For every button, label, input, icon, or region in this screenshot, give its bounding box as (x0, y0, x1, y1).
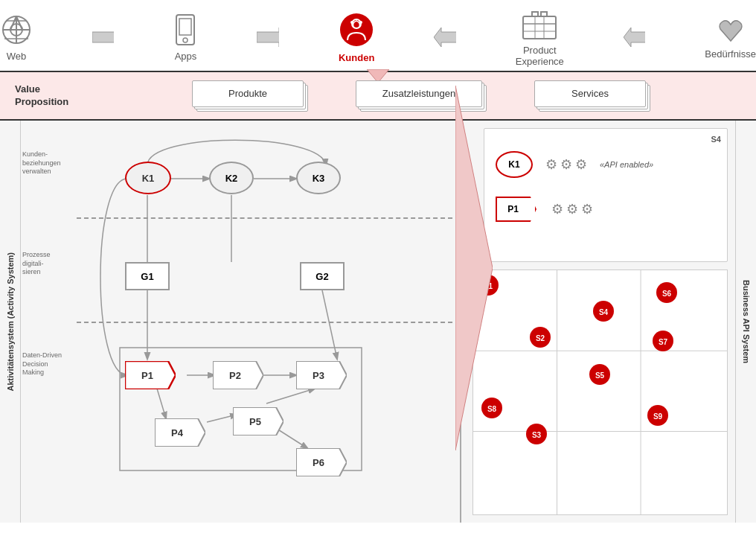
svg-point-11 (183, 38, 188, 42)
gear-icon-3: ⚙ (575, 156, 587, 173)
svg-line-37 (266, 389, 315, 403)
channel-apps-label: Apps (175, 51, 197, 62)
right-panel: S4 K1 ⚙ ⚙ ⚙ «API enabled» P1 (461, 121, 756, 523)
vp-card-produkte: Produkte (192, 80, 304, 107)
api-k1-gears: ⚙ ⚙ ⚙ (545, 156, 587, 173)
arrow-3 (434, 26, 455, 48)
gear-icon-5: ⚙ (566, 201, 578, 217)
node-g2: G2 (300, 262, 345, 290)
svg-marker-17 (434, 28, 455, 47)
svg-line-1 (10, 16, 16, 30)
channel-web-label: Web (7, 51, 27, 62)
value-proposition-bar: ValueProposition Produkte Zusatzleistung… (0, 72, 756, 121)
vp-card-services: Services (534, 80, 646, 107)
node-k3: K3 (296, 162, 341, 194)
gear-icon-6: ⚙ (581, 201, 593, 217)
node-p3: P3 (296, 361, 347, 389)
right-content: S4 K1 ⚙ ⚙ ⚙ «API enabled» P1 (461, 121, 735, 523)
api-row-k1: K1 ⚙ ⚙ ⚙ «API enabled» (484, 144, 727, 185)
svg-rect-10 (179, 19, 191, 35)
svg-rect-20 (541, 12, 547, 16)
beduerfnisse-icon (717, 16, 745, 44)
svg-text:P4: P4 (171, 427, 184, 438)
left-panel: Aktivitätensystem (Activity System) Kund… (0, 121, 461, 523)
vp-zusatz-stack: Zusatzleistungen (356, 80, 490, 112)
channel-beduerfnisse-label: Bedürfnisse (705, 48, 756, 60)
product-icon (522, 7, 557, 40)
diagram-canvas: K1 K2 K3 G1 G2 P1 P2 P3 (77, 121, 460, 523)
business-api-label: Business API System (742, 280, 751, 363)
svg-rect-19 (532, 12, 538, 16)
node-k2: K2 (209, 162, 254, 194)
node-g1: G1 (125, 262, 170, 290)
svg-text:P6: P6 (313, 457, 324, 468)
kunden-icon (339, 12, 374, 48)
web-icon (0, 13, 33, 46)
dashed-line-2 (77, 322, 460, 323)
node-p2: P2 (213, 361, 263, 389)
channel-kunden: Kunden (339, 12, 374, 63)
svg-text:S3: S3 (532, 431, 542, 439)
node-k1: K1 (125, 162, 171, 194)
svg-text:S1: S1 (484, 282, 493, 290)
api-p1-node: P1 (496, 197, 536, 222)
svg-text:P2: P2 (229, 370, 241, 381)
vp-produkte-stack: Produkte (192, 80, 311, 112)
api-enabled-label: «API enabled» (600, 160, 653, 169)
right-panel-label: Business API System (735, 121, 756, 523)
side-label-3: Daten-DrivenDecisionMaking (22, 351, 62, 377)
arrow-1 (92, 26, 114, 48)
svg-marker-12 (257, 28, 278, 47)
svg-text:S4: S4 (599, 308, 609, 316)
svg-marker-8 (92, 28, 114, 47)
api-box: S4 K1 ⚙ ⚙ ⚙ «API enabled» P1 (484, 128, 728, 262)
channel-bar: Web Apps Kunden (0, 0, 756, 72)
svg-point-15 (359, 21, 362, 24)
svg-line-2 (16, 16, 22, 30)
side-label-1: Kunden-beziehungenverwalten (22, 150, 61, 176)
svg-text:S7: S7 (659, 338, 668, 346)
svg-marker-25 (624, 28, 645, 47)
channel-product-label: ProductExperience (516, 45, 564, 67)
svg-text:S6: S6 (662, 290, 672, 298)
node-p6: P6 (296, 448, 347, 476)
vp-card-zusatz: Zusatzleistungen (356, 80, 482, 107)
channel-web: Web (0, 13, 33, 62)
svg-text:P3: P3 (313, 370, 324, 381)
gear-icon-2: ⚙ (560, 156, 572, 173)
gear-icon-1: ⚙ (545, 156, 557, 173)
node-p5: P5 (233, 407, 284, 436)
channel-apps: Apps (173, 13, 197, 62)
vp-services-stack: Services (534, 80, 653, 112)
activity-system-label: Aktivitätensystem (Activity System) (6, 252, 15, 391)
vp-label: ValueProposition (15, 83, 104, 109)
gear-icon-4: ⚙ (551, 201, 563, 217)
svg-text:S9: S9 (653, 412, 663, 421)
matrix-chart: S1 S2 S3 S4 S5 S6 (472, 269, 728, 515)
api-p1-gears: ⚙ ⚙ ⚙ (551, 201, 593, 217)
channel-kunden-label: Kunden (339, 52, 374, 63)
api-k1-node: K1 (496, 151, 533, 178)
channel-beduerfnisse: Bedürfnisse (705, 16, 756, 60)
main-content: Aktivitätensystem (Activity System) Kund… (0, 121, 756, 523)
api-row-p1: P1 ⚙ ⚙ ⚙ (484, 189, 727, 229)
node-p4: P4 (155, 418, 205, 447)
svg-rect-18 (523, 16, 556, 39)
arrow-4 (624, 26, 645, 48)
svg-line-32 (322, 290, 337, 359)
apps-icon (173, 13, 197, 46)
svg-line-35 (157, 389, 166, 418)
channel-product: ProductExperience (516, 7, 564, 67)
arrow-2 (257, 26, 278, 48)
dashed-line-1 (77, 217, 460, 219)
svg-line-36 (207, 415, 237, 422)
matrix-svg: S1 S2 S3 S4 S5 S6 (473, 270, 727, 514)
svg-text:P5: P5 (249, 416, 261, 427)
svg-text:S8: S8 (487, 405, 497, 413)
side-label-2: Prozessedigitali-sieren (22, 251, 51, 277)
node-p1: P1 (125, 361, 176, 389)
vp-cards-container: Produkte Zusatzleistungen Services (104, 80, 741, 112)
svg-text:S2: S2 (536, 334, 545, 342)
svg-text:P1: P1 (141, 370, 153, 381)
api-box-label: S4 (711, 135, 721, 144)
